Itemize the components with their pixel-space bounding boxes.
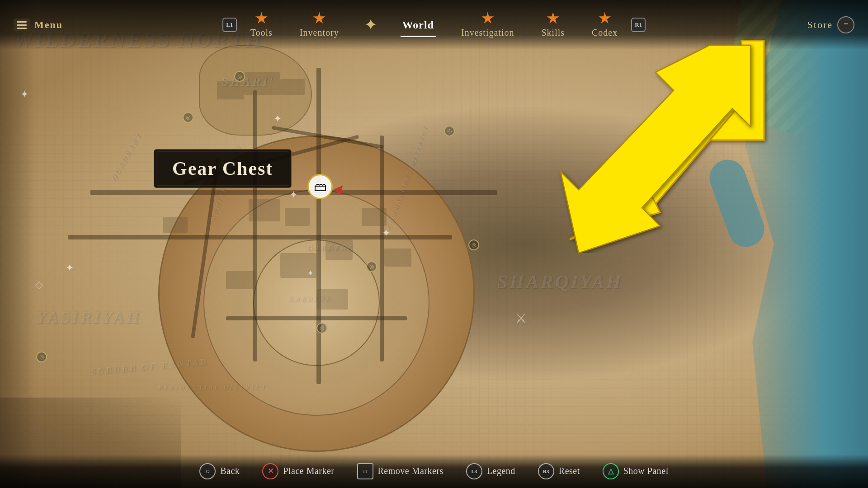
store-icon[interactable]: ≡ [837, 16, 854, 33]
collectible-icon: ◇ [35, 279, 43, 291]
store-button[interactable]: Store [807, 19, 833, 31]
eagle-icon-6: ✦ [307, 269, 313, 277]
center-emblem-area: ✦ [353, 14, 389, 36]
menu-icon [14, 19, 30, 31]
nav-item-inventory[interactable]: Inventory [286, 8, 353, 42]
investigation-nav-label: Investigation [461, 28, 514, 38]
viewpoint-icon-3: ◎ [444, 126, 455, 136]
eagle-icon-1: ✦ [20, 89, 28, 100]
eagle-icon-4: ✦ [382, 227, 390, 239]
buildings [280, 79, 305, 95]
inventory-nav-icon [313, 12, 326, 25]
tools-nav-icon [255, 12, 268, 25]
road [316, 68, 321, 384]
road [253, 90, 257, 361]
buildings [326, 239, 353, 260]
remove-markers-action: □ Remove Markers [357, 463, 443, 479]
legend-button[interactable]: L3 [466, 463, 482, 479]
remove-markers-label: Remove Markers [378, 466, 443, 476]
investigation-nav-icon [481, 12, 494, 25]
legend-label: Legend [487, 466, 515, 476]
chest-map-icon[interactable]: 🗃 [307, 174, 333, 199]
nav-left-area: Menu [14, 19, 63, 31]
buildings [217, 81, 244, 99]
buildings [285, 208, 310, 226]
tools-nav-label: Tools [250, 28, 273, 38]
nav-item-skills[interactable]: Skills [528, 8, 578, 42]
eagle-icon-5: ✦ [66, 262, 74, 274]
viewpoint-icon-5: ◎ [366, 261, 377, 272]
viewpoint-icon-7: ◎ [36, 352, 47, 362]
skills-nav-icon [547, 12, 559, 25]
buildings [362, 208, 387, 226]
place-marker-action: ✕ Place Marker [262, 463, 334, 479]
center-emblem: ✦ [359, 14, 382, 36]
back-button[interactable]: ○ [199, 463, 216, 479]
bottom-action-bar: ○ Back ✕ Place Marker □ Remove Markers L… [0, 454, 868, 488]
nav-center: L1 Tools Inventory ✦ World Investigation… [222, 8, 646, 42]
nav-item-codex[interactable]: Codex [578, 8, 631, 42]
nav-item-investigation[interactable]: Investigation [448, 8, 528, 42]
place-marker-button[interactable]: ✕ [262, 463, 278, 479]
buildings [249, 199, 280, 221]
nav-item-world[interactable]: World [389, 14, 448, 36]
gear-chest-tooltip: Gear Chest [154, 149, 292, 188]
place-marker-label: Place Marker [283, 466, 334, 476]
skills-nav-label: Skills [541, 28, 565, 38]
chest-symbol: 🗃 [314, 179, 326, 194]
buildings [384, 249, 411, 267]
map-background: Wilderness North Shari' Quadrant Adminis… [0, 0, 868, 488]
ac-logo-icon: ⚔ [515, 311, 527, 326]
reset-action: R3 Reset [538, 463, 580, 479]
viewpoint-icon-2: ◎ [183, 112, 193, 123]
nav-item-tools[interactable]: Tools [237, 8, 286, 42]
codex-nav-label: Codex [592, 28, 618, 38]
buildings [226, 271, 255, 289]
eagle-icon-3: ✦ [289, 189, 297, 201]
back-action: ○ Back [199, 463, 240, 479]
show-panel-action: △ Show Panel [603, 463, 669, 479]
reset-label: Reset [559, 466, 580, 476]
l1-button[interactable]: L1 [222, 18, 237, 32]
codex-nav-icon [599, 12, 611, 25]
buildings [316, 289, 348, 310]
top-navigation: Menu L1 Tools Inventory ✦ World Investig… [0, 0, 868, 50]
buildings [244, 72, 280, 95]
remove-markers-button[interactable]: □ [357, 463, 373, 479]
show-panel-label: Show Panel [623, 466, 669, 476]
show-panel-button[interactable]: △ [603, 463, 619, 479]
world-nav-label: World [402, 19, 434, 31]
viewpoint-icon-1: ◎ [234, 71, 245, 82]
eagle-icon-2: ✦ [274, 113, 282, 125]
back-label: Back [220, 466, 240, 476]
road [68, 235, 452, 239]
nav-right-area: Store ≡ [807, 16, 854, 33]
menu-button[interactable]: Menu [34, 19, 63, 31]
tooltip-title: Gear Chest [172, 158, 273, 179]
viewpoint-icon-6: ◎ [316, 323, 327, 333]
inventory-nav-label: Inventory [300, 28, 339, 38]
r1-button[interactable]: R1 [631, 18, 646, 32]
legend-action: L3 Legend [466, 463, 515, 479]
viewpoint-icon-4: ◎ [468, 239, 479, 250]
road [380, 136, 384, 361]
buildings [163, 217, 188, 233]
reset-button[interactable]: R3 [538, 463, 554, 479]
